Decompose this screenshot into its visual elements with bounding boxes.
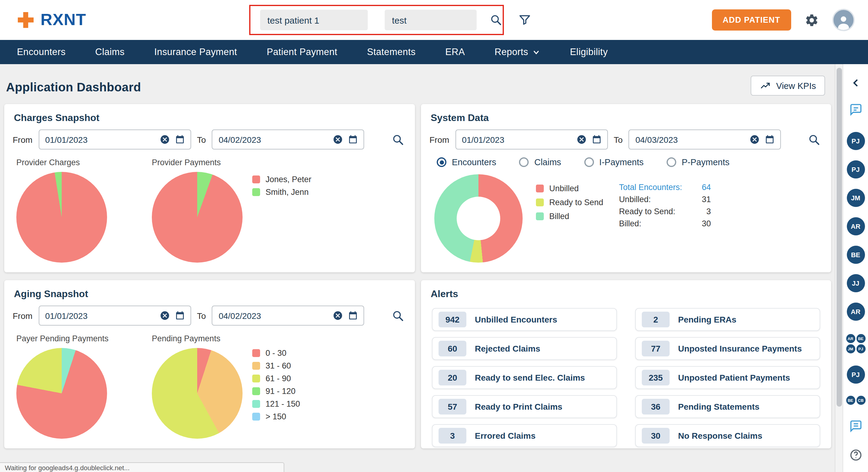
aging-from-date-value[interactable] (45, 311, 155, 320)
radio-button[interactable] (666, 157, 676, 167)
alert-errored-claims[interactable]: 3 Errored Claims (432, 424, 617, 447)
alert-unposted-patient-payments[interactable]: 235 Unposted Patient Payments (635, 366, 820, 389)
contact-avatar[interactable]: PJ (846, 160, 865, 178)
settings-gear-icon[interactable] (805, 13, 819, 27)
mini-avatar[interactable]: CB (856, 396, 865, 405)
clear-date-icon[interactable] (333, 311, 343, 321)
system-to-date-value[interactable] (636, 135, 745, 144)
system-data-card: System Data From To En (421, 104, 831, 272)
nav-reports-label: Reports (495, 47, 528, 58)
search-icon[interactable] (490, 14, 502, 26)
nav-era[interactable]: ERA (445, 47, 465, 58)
alert-no-response-claims[interactable]: 30 No Response Claims (635, 424, 820, 447)
contact-avatar[interactable]: AR (846, 302, 865, 321)
system-from-date-value[interactable] (462, 135, 571, 144)
radio-p-payments[interactable]: P-Payments (666, 157, 730, 167)
group-chat-avatars[interactable]: BE CB (846, 396, 865, 405)
alert-unposted-insurance-payments[interactable]: 77 Unposted Insurance Payments (635, 337, 820, 360)
nav-insurance-payment[interactable]: Insurance Payment (154, 47, 237, 58)
calendar-icon[interactable] (348, 311, 359, 321)
mini-avatar[interactable]: PJ (856, 344, 865, 353)
mini-avatar[interactable]: BE (856, 334, 865, 343)
legend-swatch (252, 176, 260, 183)
aging-from-date-input[interactable] (38, 305, 191, 326)
provider-charges-pie-chart (16, 172, 107, 263)
mini-avatar[interactable]: AR (846, 334, 855, 343)
nav-claims[interactable]: Claims (95, 47, 125, 58)
patient-search-input[interactable] (260, 10, 368, 30)
charges-from-date-input[interactable] (38, 129, 191, 149)
clear-date-icon[interactable] (159, 311, 170, 321)
nav-reports[interactable]: Reports (495, 47, 540, 58)
aging-to-date-input[interactable] (212, 305, 365, 326)
aging-to-date-value[interactable] (219, 311, 328, 320)
alert-rejected-claims[interactable]: 60 Rejected Claims (432, 337, 617, 360)
nav-encounters[interactable]: Encounters (17, 47, 66, 58)
secondary-search-input[interactable] (385, 10, 477, 30)
apply-search-icon[interactable] (392, 134, 404, 146)
radio-i-payments[interactable]: I-Payments (584, 157, 644, 167)
radio-claims[interactable]: Claims (519, 157, 561, 167)
charges-to-date-input[interactable] (212, 129, 365, 149)
contact-avatar[interactable]: JJ (846, 274, 865, 292)
vertical-scrollbar[interactable] (835, 64, 843, 472)
view-kpis-label: View KPIs (776, 81, 816, 90)
clear-date-icon[interactable] (576, 134, 586, 145)
clear-date-icon[interactable] (333, 134, 343, 145)
calendar-icon[interactable] (348, 134, 359, 145)
alert-ready-to-send-elec-claims[interactable]: 20 Ready to send Elec. Claims (432, 366, 617, 389)
calendar-icon[interactable] (175, 311, 185, 321)
chat-icon[interactable] (849, 103, 862, 116)
user-avatar[interactable] (832, 9, 855, 31)
add-patient-button[interactable]: ADD PATIENT (712, 9, 791, 31)
contact-avatar[interactable]: PJ (846, 365, 865, 384)
contact-avatar[interactable]: BE (846, 246, 865, 264)
system-to-date-input[interactable] (629, 129, 781, 149)
mini-avatar[interactable]: BE (846, 396, 855, 405)
help-icon[interactable] (849, 448, 862, 462)
apply-search-icon[interactable] (392, 309, 404, 322)
nav-patient-payment[interactable]: Patient Payment (267, 47, 337, 58)
contact-avatar[interactable]: PJ (846, 132, 865, 150)
pending-payments-label: Pending Payments (152, 334, 243, 343)
group-chat-avatars[interactable]: AR BE JM PJ (846, 334, 865, 353)
calendar-icon[interactable] (765, 134, 775, 145)
system-from-date-input[interactable] (455, 129, 608, 149)
nav-eligibility[interactable]: Eligibility (570, 47, 608, 58)
total-encounters-stat: Total Encounters: 64 (619, 183, 711, 192)
alert-pending-eras[interactable]: 2 Pending ERAs (635, 308, 820, 331)
nav-statements[interactable]: Statements (367, 47, 415, 58)
view-kpis-button[interactable]: View KPIs (751, 76, 825, 96)
collapse-rail-chevron-icon[interactable] (850, 78, 861, 88)
legend-label: 61 - 90 (266, 374, 291, 383)
alert-label: No Response Claims (678, 431, 763, 441)
charges-from-date-value[interactable] (45, 135, 155, 144)
radio-button[interactable] (519, 157, 529, 167)
legend-item-61-90: 61 - 90 (252, 374, 300, 383)
browser-status-bar: Waiting for googleads4.g.doubleclick.net… (0, 462, 284, 472)
alert-ready-to-print-claims[interactable]: 57 Ready to Print Claims (432, 395, 617, 418)
alert-count-badge: 60 (438, 341, 466, 356)
clear-date-icon[interactable] (750, 134, 760, 145)
apply-search-icon[interactable] (808, 134, 820, 146)
new-message-icon[interactable] (849, 419, 862, 433)
calendar-icon[interactable] (591, 134, 601, 145)
radio-encounters[interactable]: Encounters (437, 157, 496, 167)
radio-button-selected[interactable] (437, 157, 446, 167)
contact-avatar[interactable]: AR (846, 217, 865, 235)
calendar-icon[interactable] (175, 134, 185, 145)
medical-cross-icon (16, 10, 36, 30)
charges-to-date-value[interactable] (219, 135, 328, 144)
radio-label: Claims (534, 157, 561, 167)
scrollbar-thumb[interactable] (837, 68, 842, 407)
contact-avatar[interactable]: JM (846, 189, 865, 207)
legend-swatch (252, 375, 260, 382)
rxnt-logo[interactable]: RXNT (16, 10, 86, 30)
clear-date-icon[interactable] (159, 134, 170, 145)
alert-label: Rejected Claims (475, 344, 540, 353)
filter-icon[interactable] (518, 13, 531, 26)
alert-unbilled-encounters[interactable]: 942 Unbilled Encounters (432, 308, 617, 331)
mini-avatar[interactable]: JM (846, 344, 855, 353)
alert-pending-statements[interactable]: 36 Pending Statements (635, 395, 820, 418)
radio-button[interactable] (584, 157, 594, 167)
